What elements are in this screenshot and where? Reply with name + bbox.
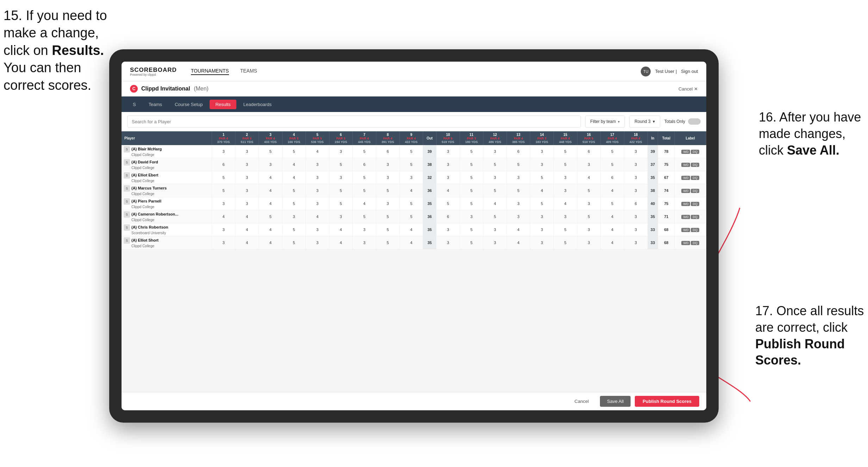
hole-17-score[interactable]: 4 [601, 223, 624, 236]
hole-4-score[interactable]: 5 [282, 236, 306, 249]
hole-15-score[interactable]: 5 [554, 158, 577, 171]
hole-12-score[interactable]: 3 [483, 236, 507, 249]
hole-14-score[interactable]: 5 [530, 171, 554, 184]
hole-12-score[interactable]: 5 [483, 210, 507, 223]
hole-18-score[interactable]: 3 [624, 210, 647, 223]
cancel-tournament-btn[interactable]: Cancel ✕ [678, 86, 698, 92]
hole-7-score[interactable]: 5 [353, 210, 376, 223]
hole-9-score[interactable]: 5 [399, 197, 423, 210]
hole-15-score[interactable]: 3 [554, 210, 577, 223]
hole-3-score[interactable]: 4 [259, 197, 282, 210]
hole-13-score[interactable]: 6 [507, 145, 530, 158]
hole-18-score[interactable]: 3 [624, 223, 647, 236]
dq-button[interactable]: DQ [691, 150, 699, 154]
hole-15-score[interactable]: 3 [554, 171, 577, 184]
dq-button[interactable]: DQ [691, 215, 699, 219]
nav-teams[interactable]: TEAMS [240, 68, 257, 75]
dq-button[interactable]: DQ [691, 163, 699, 167]
signout-link[interactable]: Sign out [681, 69, 698, 74]
hole-6-score[interactable]: 5 [329, 184, 353, 197]
hole-8-score[interactable]: 5 [376, 184, 400, 197]
hole-4-score[interactable]: 5 [282, 145, 306, 158]
hole-4-score[interactable]: 4 [282, 158, 306, 171]
hole-5-score[interactable]: 3 [306, 158, 329, 171]
hole-1-score[interactable]: 5 [212, 184, 235, 197]
nav-tournaments[interactable]: TOURNAMENTS [191, 68, 229, 75]
hole-9-score[interactable]: 5 [399, 158, 423, 171]
hole-4-score[interactable]: 4 [282, 171, 306, 184]
cancel-footer-button[interactable]: Cancel [568, 396, 596, 407]
hole-1-score[interactable]: 3 [212, 223, 235, 236]
hole-11-score[interactable]: 5 [460, 171, 483, 184]
hole-8-score[interactable]: 6 [376, 145, 400, 158]
filter-by-team-button[interactable]: Filter by team ▾ [585, 116, 625, 127]
wd-button[interactable]: WD [681, 228, 690, 232]
hole-15-score[interactable]: 4 [554, 197, 577, 210]
hole-9-score[interactable]: 3 [399, 171, 423, 184]
hole-17-score[interactable]: 4 [601, 236, 624, 249]
hole-9-score[interactable]: 4 [399, 236, 423, 249]
hole-11-score[interactable]: 5 [460, 197, 483, 210]
hole-8-score[interactable]: 3 [376, 171, 400, 184]
hole-13-score[interactable]: 5 [507, 158, 530, 171]
hole-4-score[interactable]: 3 [282, 210, 306, 223]
hole-3-score[interactable]: 4 [259, 184, 282, 197]
hole-8-score[interactable]: 5 [376, 210, 400, 223]
hole-15-score[interactable]: 5 [554, 236, 577, 249]
hole-2-score[interactable]: 3 [235, 145, 259, 158]
hole-3-score[interactable]: 5 [259, 145, 282, 158]
hole-10-score[interactable]: 3 [436, 236, 460, 249]
hole-13-score[interactable]: 4 [507, 236, 530, 249]
hole-10-score[interactable]: 3 [436, 158, 460, 171]
hole-1-score[interactable]: 3 [212, 197, 235, 210]
hole-13-score[interactable]: 4 [507, 223, 530, 236]
hole-5-score[interactable]: 3 [306, 223, 329, 236]
hole-18-score[interactable]: 3 [624, 171, 647, 184]
hole-6-score[interactable]: 5 [329, 158, 353, 171]
hole-1-score[interactable]: 5 [212, 171, 235, 184]
hole-15-score[interactable]: 3 [554, 184, 577, 197]
hole-12-score[interactable]: 3 [483, 171, 507, 184]
hole-13-score[interactable]: 3 [507, 197, 530, 210]
hole-2-score[interactable]: 3 [235, 158, 259, 171]
hole-18-score[interactable]: 3 [624, 236, 647, 249]
hole-17-score[interactable]: 5 [601, 197, 624, 210]
hole-3-score[interactable]: 4 [259, 223, 282, 236]
hole-17-score[interactable]: 5 [601, 145, 624, 158]
hole-11-score[interactable]: 3 [460, 210, 483, 223]
hole-3-score[interactable]: 5 [259, 210, 282, 223]
hole-2-score[interactable]: 3 [235, 184, 259, 197]
hole-14-score[interactable]: 3 [530, 145, 554, 158]
hole-11-score[interactable]: 5 [460, 145, 483, 158]
wd-button[interactable]: WD [681, 189, 690, 193]
hole-12-score[interactable]: 5 [483, 158, 507, 171]
hole-16-score[interactable]: 6 [577, 145, 601, 158]
hole-2-score[interactable]: 3 [235, 197, 259, 210]
wd-button[interactable]: WD [681, 215, 690, 219]
hole-6-score[interactable]: 5 [329, 197, 353, 210]
hole-4-score[interactable]: 5 [282, 223, 306, 236]
hole-13-score[interactable]: 3 [507, 171, 530, 184]
tab-course-setup[interactable]: Course Setup [169, 100, 209, 109]
hole-6-score[interactable]: 4 [329, 236, 353, 249]
wd-button[interactable]: WD [681, 202, 690, 206]
hole-18-score[interactable]: 6 [624, 197, 647, 210]
hole-7-score[interactable]: 5 [353, 184, 376, 197]
hole-18-score[interactable]: 3 [624, 145, 647, 158]
hole-9-score[interactable]: 5 [399, 210, 423, 223]
hole-5-score[interactable]: 3 [306, 171, 329, 184]
hole-16-score[interactable]: 5 [577, 184, 601, 197]
hole-1-score[interactable]: 3 [212, 236, 235, 249]
hole-7-score[interactable]: 3 [353, 236, 376, 249]
hole-17-score[interactable]: 4 [601, 210, 624, 223]
hole-10-score[interactable]: 6 [436, 210, 460, 223]
hole-7-score[interactable]: 4 [353, 197, 376, 210]
hole-16-score[interactable]: 3 [577, 197, 601, 210]
hole-12-score[interactable]: 4 [483, 197, 507, 210]
dq-button[interactable]: DQ [691, 228, 699, 232]
hole-6-score[interactable]: 4 [329, 223, 353, 236]
dq-button[interactable]: DQ [691, 202, 699, 206]
hole-11-score[interactable]: 5 [460, 223, 483, 236]
hole-15-score[interactable]: 5 [554, 145, 577, 158]
dq-button[interactable]: DQ [691, 189, 699, 193]
